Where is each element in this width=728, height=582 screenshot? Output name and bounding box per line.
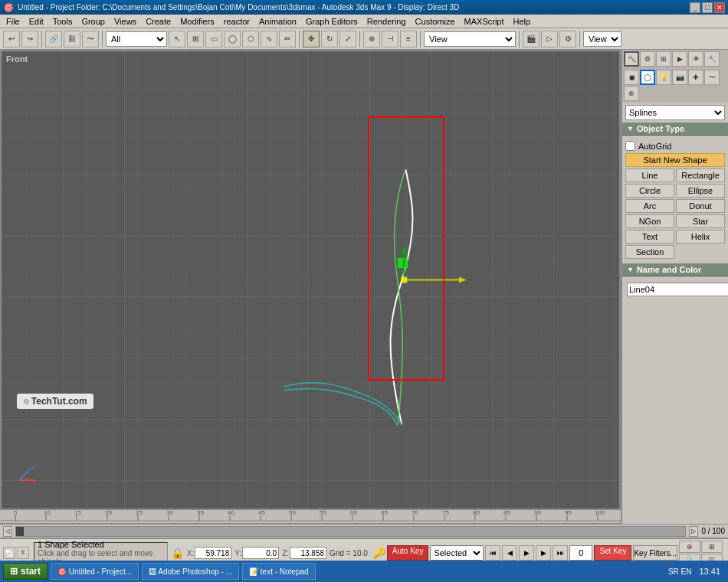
section-button[interactable]: Section: [625, 245, 674, 259]
arc-button[interactable]: Arc: [625, 199, 674, 213]
selection-filter-dropdown[interactable]: All Geometry Shapes: [106, 31, 167, 47]
timeline-thumb[interactable]: [16, 527, 24, 536]
taskbar: ⊞ start 🎯 Untitled - Project... 🖼 Adobe …: [0, 561, 728, 582]
view-type-dropdown[interactable]: View: [583, 31, 621, 47]
scale-button[interactable]: ⤢: [339, 31, 356, 47]
move-button[interactable]: ✥: [303, 31, 320, 47]
zoom-extents-all-button[interactable]: ⊞: [701, 541, 723, 553]
modify-tab[interactable]: ⚙: [640, 51, 655, 67]
menu-file[interactable]: File: [2, 15, 25, 28]
donut-button[interactable]: Donut: [676, 199, 725, 213]
timeline-track[interactable]: [15, 526, 686, 537]
set-key-button[interactable]: Set Key: [594, 545, 631, 561]
open-mini-curve-editor-button[interactable]: 📈: [3, 547, 15, 559]
go-to-start-button[interactable]: ⏮: [485, 545, 500, 561]
maximize-button[interactable]: □: [702, 2, 713, 13]
menu-graph-editors[interactable]: Graph Editors: [301, 15, 362, 28]
circle-select-button[interactable]: ◯: [224, 31, 241, 47]
frame-input[interactable]: [569, 545, 592, 561]
ellipse-button[interactable]: Ellipse: [676, 184, 725, 198]
taskbar-item-untitled[interactable]: 🎯 Untitled - Project...: [51, 563, 139, 580]
select-link-button[interactable]: 🔗: [45, 31, 62, 47]
bind-to-space-warp-button[interactable]: 〜: [82, 31, 99, 47]
titlebar-controls[interactable]: _ □ ✕: [690, 2, 725, 13]
viewport-config-button[interactable]: ⚙: [559, 31, 576, 47]
menu-rendering[interactable]: Rendering: [362, 15, 411, 28]
minimize-button[interactable]: _: [690, 2, 700, 13]
go-to-end-button[interactable]: ⏭: [553, 545, 568, 561]
taskbar-item-notepad[interactable]: 📝 text - Notepad: [242, 563, 316, 580]
viewport[interactable]: Front: [0, 50, 621, 510]
systems-btn[interactable]: ⊗: [624, 86, 639, 101]
y-coord-input[interactable]: [242, 547, 279, 559]
lights-btn[interactable]: 💡: [656, 70, 671, 85]
menu-customize[interactable]: Customize: [411, 15, 460, 28]
unlink-button[interactable]: ⛓: [64, 31, 80, 47]
rotate-button[interactable]: ↻: [321, 31, 338, 47]
lasso-select-button[interactable]: ∿: [261, 31, 277, 47]
star-button[interactable]: Star: [676, 214, 725, 228]
hierarchy-tab[interactable]: ⊞: [656, 51, 671, 67]
x-coord-input[interactable]: [195, 547, 231, 559]
paint-select-button[interactable]: ✏: [279, 31, 296, 47]
select-object-button[interactable]: ↖: [169, 31, 185, 47]
rectangle-button[interactable]: Rectangle: [676, 168, 725, 182]
z-coord-input[interactable]: [290, 547, 326, 559]
quick-render-button[interactable]: ▷: [541, 31, 558, 47]
use-pivot-point-button[interactable]: ⊕: [363, 31, 380, 47]
object-type-rollout-header[interactable]: ▼ Object Type: [622, 123, 728, 136]
cameras-btn[interactable]: 📷: [672, 70, 687, 85]
taskbar-item-photoshop[interactable]: 🖼 Adobe Photoshop - ...: [142, 563, 239, 580]
motion-tab[interactable]: ▶: [672, 51, 687, 67]
selection-type-dropdown[interactable]: Selected: [430, 545, 484, 561]
start-button[interactable]: ⊞ start: [3, 563, 48, 580]
start-new-shape-button[interactable]: Start New Shape: [625, 153, 725, 167]
spacewarps-btn[interactable]: 〜: [704, 70, 720, 85]
helpers-btn[interactable]: ✚: [688, 70, 703, 85]
select-by-name-button[interactable]: ⊞: [187, 31, 204, 47]
menu-maxscript[interactable]: MAXScript: [460, 15, 509, 28]
create-tab[interactable]: 🔨: [624, 51, 639, 67]
timeline-right-arrow[interactable]: ▷: [689, 526, 698, 537]
close-button[interactable]: ✕: [714, 2, 725, 13]
named-selection-dropdown[interactable]: View Orthographic Perspective: [424, 31, 516, 47]
menu-group[interactable]: Group: [77, 15, 110, 28]
circle-button[interactable]: Circle: [625, 184, 674, 198]
next-frame-button[interactable]: ▶: [536, 545, 551, 561]
mirror-button[interactable]: ⊣: [382, 31, 398, 47]
name-color-rollout-header[interactable]: ▼ Name and Color: [622, 263, 728, 276]
menu-tools[interactable]: Tools: [48, 15, 77, 28]
play-button[interactable]: ▶: [519, 545, 534, 561]
fence-select-button[interactable]: ⬡: [242, 31, 259, 47]
line-button[interactable]: Line: [625, 168, 674, 182]
align-button[interactable]: ≡: [400, 31, 417, 47]
redo-button[interactable]: ↪: [21, 31, 38, 47]
render-scene-button[interactable]: 🎬: [523, 31, 539, 47]
display-tab[interactable]: 👁: [688, 51, 703, 67]
menu-edit[interactable]: Edit: [25, 15, 48, 28]
autogrid-checkbox[interactable]: [625, 141, 635, 151]
rect-select-button[interactable]: ▭: [205, 31, 222, 47]
auto-key-button[interactable]: Auto Key: [387, 545, 429, 561]
utilities-tab[interactable]: 🔧: [704, 51, 720, 67]
undo-button[interactable]: ↩: [3, 31, 20, 47]
key-filters-button[interactable]: Key Filters...: [633, 545, 677, 561]
toolbar-sep-6: [519, 31, 520, 47]
menu-create[interactable]: Create: [141, 15, 175, 28]
subcategory-dropdown[interactable]: Splines: [625, 105, 725, 120]
helix-button[interactable]: Helix: [676, 230, 725, 244]
shapes-btn[interactable]: ◯: [640, 70, 655, 85]
timeline-left-arrow[interactable]: ◁: [3, 526, 12, 537]
object-name-input[interactable]: [627, 283, 728, 296]
ngon-button[interactable]: NGon: [625, 214, 674, 228]
zoom-extents-button[interactable]: ⊕: [679, 541, 700, 553]
menu-animation[interactable]: Animation: [254, 15, 301, 28]
menu-modifiers[interactable]: Modifiers: [175, 15, 219, 28]
menu-reactor[interactable]: reactor: [219, 15, 254, 28]
text-button[interactable]: Text: [625, 230, 674, 244]
prev-frame-button[interactable]: ◀: [502, 545, 517, 561]
geometry-btn[interactable]: ◼: [624, 70, 639, 85]
menu-views[interactable]: Views: [110, 15, 141, 28]
filter-tracks-button[interactable]: ⧖: [17, 547, 29, 559]
menu-help[interactable]: Help: [509, 15, 536, 28]
